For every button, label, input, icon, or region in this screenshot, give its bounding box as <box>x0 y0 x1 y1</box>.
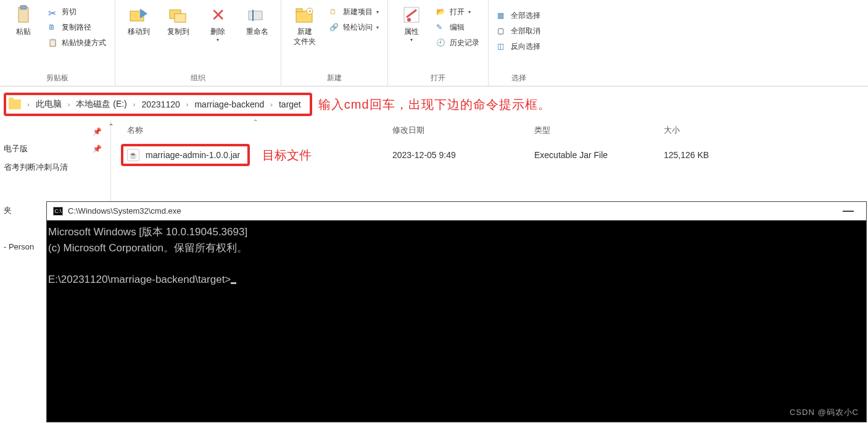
svg-rect-5 <box>249 11 262 20</box>
open-label: 打开 <box>450 7 465 17</box>
scissors-icon: ✂ <box>48 7 58 17</box>
annotation-target-file: 目标文件 <box>262 147 312 164</box>
copy-to-button[interactable]: 复制到 <box>160 2 197 40</box>
new-item-button[interactable]: 🗋新建项目 ▾ <box>326 5 382 19</box>
cmd-titlebar[interactable]: C:\ C:\Windows\System32\cmd.exe — <box>47 202 866 220</box>
open-icon: 📂 <box>436 7 446 17</box>
edit-button[interactable]: ✎编辑 <box>432 20 483 35</box>
cmd-output-line: Microsoft Windows [版本 10.0.19045.3693] <box>48 224 865 240</box>
delete-icon: ✕ <box>208 5 228 25</box>
nav-label: 省考判断冲刺马清 <box>4 162 68 173</box>
crumb-marriage-backend[interactable]: marriage-backend <box>192 99 267 109</box>
nav-label: 电子版 <box>4 143 28 154</box>
easy-access-icon: 🔗 <box>329 23 339 33</box>
select-group-label: 选择 <box>494 72 544 85</box>
nav-label: 夹 <box>4 205 12 216</box>
chevron-right-icon: › <box>185 101 190 108</box>
svg-point-12 <box>407 18 411 22</box>
move-to-button[interactable]: 移动到 <box>120 2 157 40</box>
file-row[interactable]: ☕ marriage-admin-1.0.0.jar 目标文件 2023-12-… <box>121 141 868 169</box>
svg-rect-1 <box>20 6 27 9</box>
delete-label: 删除 <box>210 27 225 37</box>
svg-rect-11 <box>404 7 419 22</box>
easy-access-label: 轻松访问 <box>343 22 373 33</box>
cut-button[interactable]: ✂剪切 <box>44 5 110 19</box>
cut-label: 剪切 <box>62 7 76 17</box>
rename-button[interactable]: 重命名 <box>239 2 276 40</box>
invert-label: 反向选择 <box>511 41 540 52</box>
copy-path-button[interactable]: 🗎复制路径 <box>44 20 110 35</box>
edit-label: 编辑 <box>450 22 465 33</box>
cmd-title-text: C:\Windows\System32\cmd.exe <box>68 206 181 216</box>
minimize-button[interactable]: — <box>837 204 860 217</box>
ribbon-group-select: ▦全部选择 ▢全部取消 ◫反向选择 选择 <box>489 0 549 86</box>
folder-icon <box>9 99 21 109</box>
copy-to-label: 复制到 <box>167 27 189 37</box>
pin-icon: 📌 <box>93 144 102 153</box>
organize-group-label: 组织 <box>120 72 276 85</box>
crumb-this-pc[interactable]: 此电脑 <box>33 99 64 110</box>
copy-path-icon: 🗎 <box>48 23 58 33</box>
file-date: 2023-12-05 9:49 <box>392 150 534 160</box>
chevron-right-icon: › <box>26 101 31 108</box>
ribbon-group-new: ✦ 新建 文件夹 🗋新建项目 ▾ 🔗轻松访问 ▾ 新建 <box>281 0 388 86</box>
cmd-icon: C:\ <box>53 207 63 216</box>
nav-label: - Person <box>4 242 34 251</box>
new-folder-label: 新建 文件夹 <box>294 27 316 46</box>
select-none-label: 全部取消 <box>511 26 540 36</box>
select-none-icon: ▢ <box>497 27 507 36</box>
paste-shortcut-button[interactable]: 📋粘贴快捷方式 <box>44 36 110 50</box>
column-headers: 名称 修改日期 类型 大小 <box>121 120 868 141</box>
delete-button[interactable]: ✕ 删除 ▾ <box>199 2 236 45</box>
open-group-label: 打开 <box>393 72 483 85</box>
address-bar[interactable]: › 此电脑 › 本地磁盘 (E:) › 20231120 › marriage-… <box>4 93 312 116</box>
address-bar-row: › 此电脑 › 本地磁盘 (E:) › 20231120 › marriage-… <box>0 86 868 120</box>
column-date[interactable]: 修改日期 <box>392 125 534 136</box>
pin-icon: 📌 <box>93 127 102 136</box>
svg-rect-8 <box>296 9 302 12</box>
column-size[interactable]: 大小 <box>664 125 756 136</box>
svg-rect-4 <box>175 14 186 22</box>
open-button[interactable]: 📂打开 ▾ <box>432 5 483 19</box>
nav-item-ebook[interactable]: 电子版📌 <box>0 140 110 158</box>
crumb-drive-e[interactable]: 本地磁盘 (E:) <box>73 99 129 110</box>
ribbon: 粘贴 ✂剪切 🗎复制路径 📋粘贴快捷方式 剪贴板 移动到 复制到 ✕ 删除 <box>0 0 868 86</box>
new-item-label: 新建项目 <box>343 7 373 17</box>
paste-button[interactable]: 粘贴 <box>5 2 42 40</box>
history-button[interactable]: 🕘历史记录 <box>432 36 483 50</box>
chevron-right-icon: › <box>67 101 72 108</box>
new-item-icon: 🗋 <box>329 7 339 17</box>
easy-access-button[interactable]: 🔗轻松访问 ▾ <box>326 20 382 35</box>
move-to-label: 移动到 <box>128 27 150 37</box>
svg-rect-0 <box>19 7 28 22</box>
select-all-button[interactable]: ▦全部选择 <box>494 9 544 23</box>
chevron-right-icon: › <box>132 101 137 108</box>
crumb-target[interactable]: target <box>276 99 304 109</box>
invert-selection-button[interactable]: ◫反向选择 <box>494 40 544 54</box>
cmd-body[interactable]: Microsoft Windows [版本 10.0.19045.3693] (… <box>47 220 866 255</box>
file-type: Executable Jar File <box>534 150 664 160</box>
nav-item-exam[interactable]: 省考判断冲刺马清 <box>0 158 110 177</box>
ribbon-group-organize: 移动到 复制到 ✕ 删除 ▾ 重命名 组织 <box>115 0 281 86</box>
crumb-20231120[interactable]: 20231120 <box>139 99 182 109</box>
column-name[interactable]: 名称 <box>121 125 392 136</box>
column-type[interactable]: 类型 <box>534 125 664 136</box>
file-highlight-box: ☕ marriage-admin-1.0.0.jar <box>121 144 250 166</box>
jar-file-icon: ☕ <box>127 149 139 161</box>
ribbon-group-clipboard: 粘贴 ✂剪切 🗎复制路径 📋粘贴快捷方式 剪贴板 <box>0 0 115 86</box>
paste-label: 粘贴 <box>16 27 31 37</box>
svg-rect-6 <box>252 10 254 21</box>
quick-access-item[interactable]: 📌 <box>0 124 110 140</box>
select-all-icon: ▦ <box>497 11 507 21</box>
svg-text:✦: ✦ <box>308 9 312 14</box>
copy-path-label: 复制路径 <box>62 22 91 33</box>
select-all-label: 全部选择 <box>511 10 540 21</box>
new-folder-button[interactable]: ✦ 新建 文件夹 <box>286 2 323 49</box>
properties-button[interactable]: 属性 ▾ <box>393 2 430 45</box>
edit-icon: ✎ <box>436 23 446 33</box>
history-icon: 🕘 <box>436 38 446 48</box>
paste-shortcut-icon: 📋 <box>48 38 58 48</box>
history-label: 历史记录 <box>450 38 479 48</box>
select-none-button[interactable]: ▢全部取消 <box>494 24 544 38</box>
file-name: marriage-admin-1.0.0.jar <box>146 150 240 160</box>
